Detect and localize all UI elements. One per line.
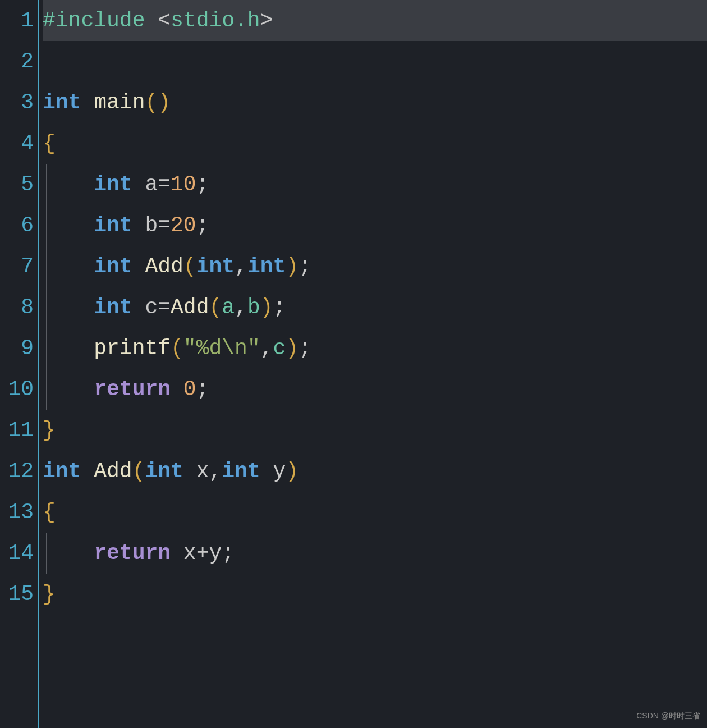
indent-guide xyxy=(46,205,47,246)
code-line[interactable]: int Add(int x,int y) xyxy=(43,451,707,492)
code-line[interactable]: } xyxy=(43,574,707,615)
line-number-gutter: 1 2 3 4 5 6 7 8 9 10 11 12 13 14 15 xyxy=(0,0,38,728)
code-editor[interactable]: 1 2 3 4 5 6 7 8 9 10 11 12 13 14 15 #inc… xyxy=(0,0,707,728)
line-number: 2 xyxy=(0,41,34,82)
code-line[interactable]: return x+y; xyxy=(43,533,707,574)
indent-guide xyxy=(46,328,47,369)
line-number: 13 xyxy=(0,492,34,533)
watermark: CSDN @时时三省 xyxy=(636,708,700,724)
line-number: 3 xyxy=(0,82,34,123)
code-line[interactable]: #include <stdio.h> xyxy=(43,0,707,41)
code-line[interactable]: int a=10; xyxy=(43,164,707,205)
code-line[interactable]: { xyxy=(43,492,707,533)
line-number: 5 xyxy=(0,164,34,205)
code-line[interactable]: int Add(int,int); xyxy=(43,246,707,287)
line-number: 4 xyxy=(0,123,34,164)
line-number: 10 xyxy=(0,369,34,410)
indent-guide xyxy=(46,246,47,287)
code-line[interactable]: { xyxy=(43,123,707,164)
indent-guide xyxy=(46,287,47,328)
line-number: 6 xyxy=(0,205,34,246)
code-line[interactable]: } xyxy=(43,410,707,451)
code-line[interactable]: int b=20; xyxy=(43,205,707,246)
code-line[interactable]: int c=Add(a,b); xyxy=(43,287,707,328)
indent-guide xyxy=(46,533,47,574)
code-line[interactable]: printf("%d\n",c); xyxy=(43,328,707,369)
code-line[interactable] xyxy=(43,41,707,82)
line-number: 14 xyxy=(0,533,34,574)
line-number: 15 xyxy=(0,574,34,615)
line-number: 12 xyxy=(0,451,34,492)
line-number: 8 xyxy=(0,287,34,328)
line-number: 1 xyxy=(0,0,34,41)
code-line[interactable]: int main() xyxy=(43,82,707,123)
line-number: 9 xyxy=(0,328,34,369)
line-number: 11 xyxy=(0,410,34,451)
code-line[interactable]: return 0; xyxy=(43,369,707,410)
code-area[interactable]: #include <stdio.h> int main() { int a=10… xyxy=(39,0,707,728)
indent-guide xyxy=(46,369,47,410)
indent-guide xyxy=(46,164,47,205)
line-number: 7 xyxy=(0,246,34,287)
